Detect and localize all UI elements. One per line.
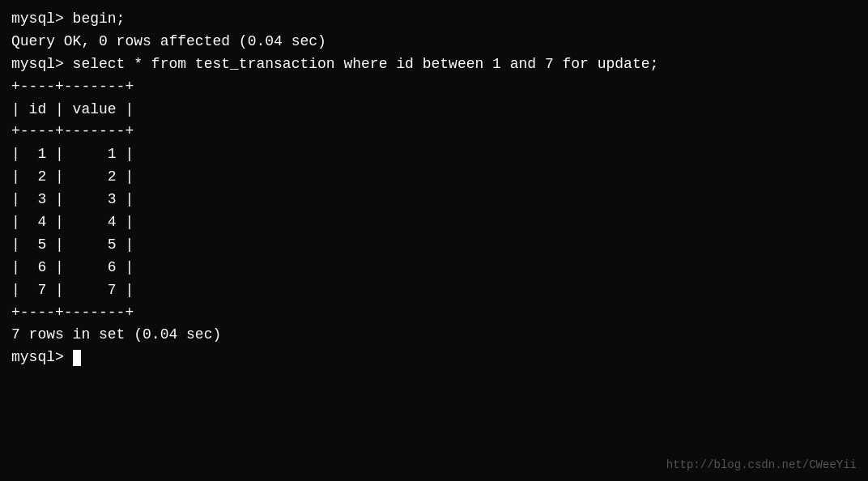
terminal-line: mysql> begin; — [11, 8, 857, 31]
terminal-line: +----+-------+ — [11, 76, 857, 99]
terminal-line: | 3 | 3 | — [11, 189, 857, 211]
terminal-line: 7 rows in set (0.04 sec) — [11, 324, 857, 347]
terminal-window: mysql> begin;Query OK, 0 rows affected (… — [0, 0, 868, 481]
terminal-line: | 6 | 6 | — [11, 257, 857, 279]
watermark: http://blog.csdn.net/CWeeYii — [666, 458, 857, 471]
terminal-line: +----+-------+ — [11, 121, 857, 143]
cursor — [73, 350, 81, 366]
terminal-line: +----+-------+ — [11, 302, 857, 325]
terminal-line: mysql> select * from test_transaction wh… — [11, 53, 857, 76]
terminal-line: | 5 | 5 | — [11, 234, 857, 257]
terminal-line: | id | value | — [11, 99, 857, 121]
terminal-line: Query OK, 0 rows affected (0.04 sec) — [11, 31, 857, 53]
terminal-line: | 4 | 4 | — [11, 211, 857, 234]
cursor-line: mysql> — [11, 347, 857, 369]
prompt-line: mysql> — [11, 347, 73, 369]
terminal-line: | 7 | 7 | — [11, 279, 857, 302]
terminal-output: mysql> begin;Query OK, 0 rows affected (… — [11, 8, 857, 347]
terminal-line: | 1 | 1 | — [11, 143, 857, 166]
terminal-line: | 2 | 2 | — [11, 166, 857, 189]
